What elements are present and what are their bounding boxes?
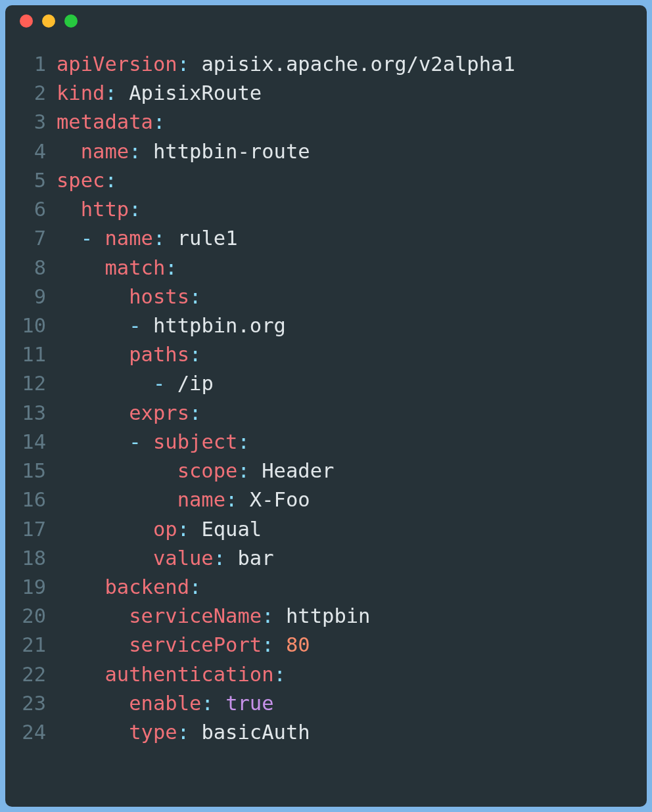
token-str: /ip [177, 372, 214, 395]
line-number: 15 [5, 457, 57, 485]
code-line: 6 http: [5, 195, 631, 224]
token-num: 80 [286, 633, 310, 656]
token-str: ApisixRoute [129, 81, 262, 104]
token-dash: - [81, 227, 93, 250]
token-key: match [105, 256, 165, 279]
token-key: metadata [57, 110, 153, 133]
line-number: 19 [5, 573, 57, 602]
token-punc: : [237, 430, 249, 453]
line-number: 4 [5, 137, 57, 166]
code-line: 13 exprs: [5, 399, 631, 428]
code-line: 8 match: [5, 254, 631, 282]
code-line: 22 authentication: [5, 660, 631, 689]
code-line: 10 - httpbin.org [5, 311, 631, 340]
line-number: 9 [5, 282, 57, 311]
line-content: name: X-Foo [57, 485, 631, 514]
titlebar [5, 5, 647, 37]
line-number: 2 [5, 79, 57, 108]
token-punc: : [189, 401, 201, 424]
token-punc: : [177, 721, 189, 744]
code-line: 7 - name: rule1 [5, 224, 631, 253]
token-dash: - [129, 430, 141, 453]
line-content: serviceName: httpbin [57, 602, 631, 631]
token-punc: : [189, 343, 201, 366]
token-key: apiVersion [57, 53, 177, 76]
token-key: backend [105, 575, 189, 598]
token-key: kind [57, 81, 105, 104]
token-punc: : [177, 53, 189, 76]
code-line: 24 type: basicAuth [5, 718, 631, 747]
token-punc: : [189, 575, 201, 598]
token-punc: : [189, 285, 201, 308]
token-punc: : [214, 547, 225, 570]
zoom-icon[interactable] [64, 14, 78, 28]
token-str: apisix.apache.org/v2alpha1 [201, 53, 515, 76]
token-punc: : [105, 169, 116, 192]
token-str: httpbin-route [153, 140, 310, 163]
token-key: name [177, 488, 225, 511]
token-key: servicePort [129, 633, 262, 656]
code-line: 5spec: [5, 166, 631, 195]
token-dash: - [129, 314, 141, 337]
token-key: scope [177, 459, 238, 482]
line-content: op: Equal [57, 515, 631, 544]
line-content: apiVersion: apisix.apache.org/v2alpha1 [57, 50, 631, 79]
line-content: - httpbin.org [57, 311, 631, 340]
code-line: 23 enable: true [5, 689, 631, 718]
token-key: subject [153, 430, 238, 453]
token-punc: : [237, 459, 249, 482]
code-line: 19 backend: [5, 573, 631, 602]
code-line: 15 scope: Header [5, 457, 631, 485]
line-number: 8 [5, 254, 57, 282]
code-line: 17 op: Equal [5, 515, 631, 544]
line-number: 24 [5, 718, 57, 747]
line-number: 3 [5, 108, 57, 137]
code-line: 20 serviceName: httpbin [5, 602, 631, 631]
line-number: 5 [5, 166, 57, 195]
line-content: enable: true [57, 689, 631, 718]
line-content: type: basicAuth [57, 718, 631, 747]
token-key: name [81, 140, 129, 163]
line-content: backend: [57, 573, 631, 602]
close-icon[interactable] [20, 14, 33, 28]
code-line: 2kind: ApisixRoute [5, 79, 631, 108]
line-content: http: [57, 195, 631, 224]
token-key: name [105, 227, 152, 250]
code-line: 14 - subject: [5, 428, 631, 457]
token-key: type [129, 721, 177, 744]
line-content: - subject: [57, 428, 631, 457]
code-line: 9 hosts: [5, 282, 631, 311]
code-line: 16 name: X-Foo [5, 485, 631, 514]
token-key: value [153, 547, 214, 570]
token-str: Equal [201, 518, 262, 541]
line-number: 1 [5, 50, 57, 79]
line-content: authentication: [57, 660, 631, 689]
token-key: hosts [129, 285, 189, 308]
token-punc: : [225, 488, 237, 511]
line-number: 17 [5, 515, 57, 544]
token-key: spec [57, 169, 105, 192]
token-str: Header [262, 459, 334, 482]
line-number: 16 [5, 485, 57, 514]
token-str: httpbin [286, 604, 371, 627]
line-number: 14 [5, 428, 57, 457]
line-content: value: bar [57, 544, 631, 573]
token-str: bar [237, 547, 273, 570]
line-number: 11 [5, 340, 57, 369]
line-number: 22 [5, 660, 57, 689]
token-str: X-Foo [250, 488, 310, 511]
token-punc: : [129, 140, 141, 163]
code-line: 18 value: bar [5, 544, 631, 573]
token-punc: : [153, 110, 165, 133]
line-content: name: httpbin-route [57, 137, 631, 166]
line-number: 23 [5, 689, 57, 718]
minimize-icon[interactable] [42, 14, 55, 28]
line-content: match: [57, 254, 631, 282]
token-str: rule1 [177, 227, 238, 250]
token-punc: : [274, 663, 286, 686]
token-key: authentication [105, 663, 273, 686]
code-window: 1apiVersion: apisix.apache.org/v2alpha12… [5, 5, 647, 807]
code-line: 12 - /ip [5, 369, 631, 398]
token-key: exprs [129, 401, 189, 424]
line-content: metadata: [57, 108, 631, 137]
